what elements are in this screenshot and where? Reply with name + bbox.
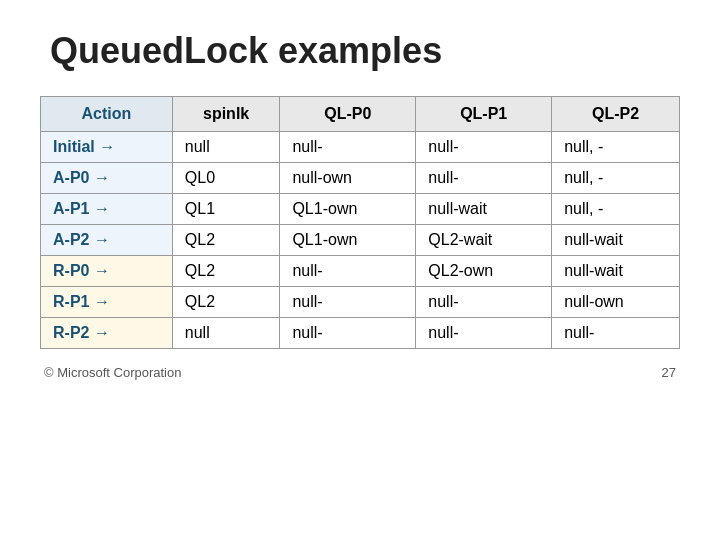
cell-spinlk: QL1 — [172, 194, 280, 225]
table-row: A-P1 →QL1QL1-ownnull-waitnull, - — [41, 194, 680, 225]
page-footer: © Microsoft Corporation 27 — [40, 365, 680, 380]
cell-qlp0: null- — [280, 132, 416, 163]
cell-action: A-P2 → — [41, 225, 173, 256]
cell-qlp2: null-own — [552, 287, 680, 318]
cell-action: R-P1 → — [41, 287, 173, 318]
col-header-qlp0: QL-P0 — [280, 97, 416, 132]
cell-qlp0: QL1-own — [280, 194, 416, 225]
page-number: 27 — [662, 365, 676, 380]
table-row: R-P0 →QL2null-QL2-ownnull-wait — [41, 256, 680, 287]
cell-qlp1: QL2-own — [416, 256, 552, 287]
cell-action: R-P0 → — [41, 256, 173, 287]
cell-qlp1: null- — [416, 318, 552, 349]
cell-qlp2: null-wait — [552, 225, 680, 256]
cell-qlp0: null- — [280, 256, 416, 287]
cell-spinlk: QL2 — [172, 287, 280, 318]
cell-qlp1: null-wait — [416, 194, 552, 225]
cell-spinlk: null — [172, 132, 280, 163]
table-row: A-P0 →QL0null-ownnull-null, - — [41, 163, 680, 194]
cell-qlp0: null-own — [280, 163, 416, 194]
cell-spinlk: null — [172, 318, 280, 349]
table-header-row: Action spinlk QL-P0 QL-P1 QL-P2 — [41, 97, 680, 132]
cell-qlp1: null- — [416, 132, 552, 163]
table-row: Initial →nullnull-null-null, - — [41, 132, 680, 163]
col-header-qlp1: QL-P1 — [416, 97, 552, 132]
col-header-qlp2: QL-P2 — [552, 97, 680, 132]
table-row: A-P2 →QL2QL1-ownQL2-waitnull-wait — [41, 225, 680, 256]
cell-qlp1: null- — [416, 287, 552, 318]
cell-qlp1: QL2-wait — [416, 225, 552, 256]
cell-qlp2: null, - — [552, 132, 680, 163]
cell-qlp0: null- — [280, 287, 416, 318]
table-row: R-P1 →QL2null-null-null-own — [41, 287, 680, 318]
cell-action: R-P2 → — [41, 318, 173, 349]
cell-action: A-P0 → — [41, 163, 173, 194]
cell-spinlk: QL2 — [172, 256, 280, 287]
col-header-spinlk: spinlk — [172, 97, 280, 132]
cell-qlp2: null, - — [552, 194, 680, 225]
cell-qlp0: QL1-own — [280, 225, 416, 256]
page-title: QueuedLock examples — [40, 30, 442, 72]
cell-qlp2: null-wait — [552, 256, 680, 287]
col-header-action: Action — [41, 97, 173, 132]
copyright-text: © Microsoft Corporation — [44, 365, 181, 380]
table-row: R-P2 →nullnull-null-null- — [41, 318, 680, 349]
cell-qlp2: null- — [552, 318, 680, 349]
cell-spinlk: QL0 — [172, 163, 280, 194]
queued-lock-table: Action spinlk QL-P0 QL-P1 QL-P2 Initial … — [40, 96, 680, 349]
cell-qlp0: null- — [280, 318, 416, 349]
cell-spinlk: QL2 — [172, 225, 280, 256]
cell-qlp2: null, - — [552, 163, 680, 194]
cell-action: Initial → — [41, 132, 173, 163]
cell-qlp1: null- — [416, 163, 552, 194]
cell-action: A-P1 → — [41, 194, 173, 225]
